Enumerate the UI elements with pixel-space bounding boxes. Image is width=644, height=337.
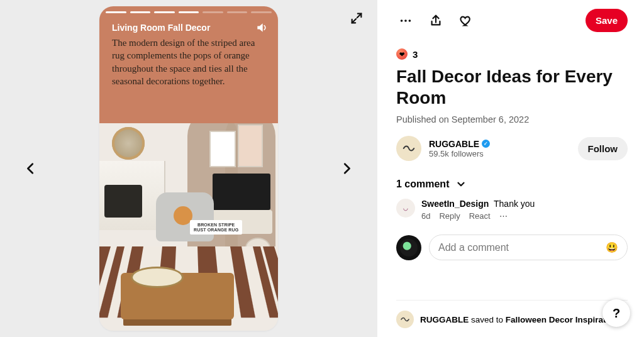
verified-badge-icon xyxy=(482,140,490,148)
author-avatar[interactable] xyxy=(396,136,421,161)
heart-reaction-icon: ❤ xyxy=(396,48,408,60)
speaker-icon[interactable] xyxy=(255,21,268,36)
commenter-avatar[interactable]: ◡ xyxy=(396,199,415,218)
author-name[interactable]: RUGGABLE xyxy=(429,139,490,149)
author-row: RUGGABLE 59.5k followers Follow xyxy=(396,136,628,161)
comments-toggle[interactable]: 1 comment xyxy=(396,179,628,190)
pin-details-panel: Save ❤ 3 Fall Decor Ideas for Every Room… xyxy=(377,0,644,337)
story-body-text: The modern design of the striped area ru… xyxy=(112,36,265,87)
svg-point-4 xyxy=(409,19,411,22)
reaction-count[interactable]: ❤ 3 xyxy=(396,48,628,60)
comment-more-button[interactable]: ⋯ xyxy=(499,211,508,221)
follower-count: 59.5k followers xyxy=(429,149,490,158)
save-button[interactable]: Save xyxy=(586,9,628,32)
follow-button[interactable]: Follow xyxy=(578,137,628,160)
commenter-name[interactable]: SweetIn_Design xyxy=(421,199,489,209)
publish-date: Published on September 6, 2022 xyxy=(396,114,628,124)
svg-point-2 xyxy=(401,19,403,22)
comment-input[interactable]: Add a comment 😃 xyxy=(429,235,628,260)
like-button[interactable] xyxy=(457,11,475,30)
product-tag[interactable]: BROKEN STRIPE RUST ORANGE RUG xyxy=(190,220,242,235)
emoji-picker-icon[interactable]: 😃 xyxy=(606,241,618,253)
story-card[interactable]: Living Room Fall Decor The modern design… xyxy=(99,6,278,331)
svg-point-3 xyxy=(404,19,407,22)
prev-story-button[interactable] xyxy=(19,157,43,180)
saver-avatar[interactable] xyxy=(396,311,414,328)
comment-age: 6d xyxy=(421,211,430,221)
current-user-avatar[interactable] xyxy=(396,235,421,260)
next-story-button[interactable] xyxy=(335,157,358,180)
story-image: BROKEN STRIPE RUST ORANGE RUG xyxy=(99,123,278,331)
story-heading: Living Room Fall Decor xyxy=(112,23,210,33)
comment-text: Thank you xyxy=(494,199,535,209)
share-button[interactable] xyxy=(426,11,445,30)
more-options-button[interactable] xyxy=(396,11,415,30)
saved-to-row: RUGGABLE saved to Falloween Decor Inspir… xyxy=(396,300,628,337)
comment-item: ◡ SweetIn_Design Thank you 6d Reply Reac… xyxy=(396,199,628,221)
top-action-bar: Save xyxy=(396,9,628,32)
comment-composer: Add a comment 😃 xyxy=(396,235,628,260)
pin-title: Fall Decor Ideas for Every Room xyxy=(396,66,628,108)
story-progress xyxy=(106,11,272,13)
saver-name[interactable]: RUGGABLE xyxy=(420,315,469,324)
comment-react-button[interactable]: React xyxy=(469,211,491,221)
comment-reply-button[interactable]: Reply xyxy=(439,211,460,221)
help-button[interactable]: ? xyxy=(602,299,630,327)
chevron-down-icon xyxy=(455,179,467,190)
expand-icon[interactable] xyxy=(347,9,366,28)
pin-media-panel: Living Room Fall Decor The modern design… xyxy=(0,0,377,337)
